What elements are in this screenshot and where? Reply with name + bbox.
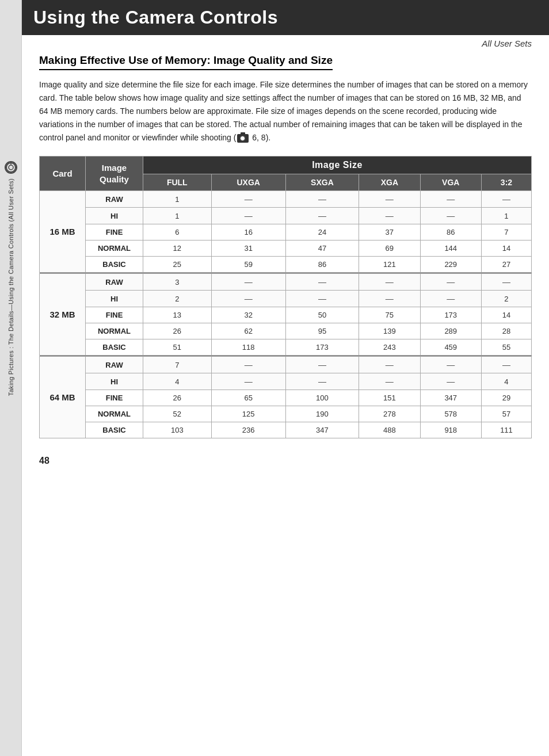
card-64-MB: 64 MB bbox=[40, 357, 86, 438]
table-row: FINE1332507517314 bbox=[40, 307, 532, 323]
quality-raw: RAW bbox=[86, 191, 143, 208]
table-cell: — bbox=[211, 373, 285, 390]
table-cell: — bbox=[420, 291, 481, 307]
table-cell: 236 bbox=[211, 422, 285, 438]
table-cell: — bbox=[420, 208, 481, 224]
table-cell: — bbox=[359, 373, 420, 390]
table-row: HI1————1 bbox=[40, 208, 532, 224]
table-cell: 31 bbox=[211, 240, 285, 257]
table-cell: 7 bbox=[143, 357, 212, 373]
quality-normal: NORMAL bbox=[86, 240, 143, 257]
table-cell: 2 bbox=[481, 291, 531, 307]
table-cell: 121 bbox=[359, 257, 420, 273]
table-cell: 459 bbox=[420, 339, 481, 356]
table-cell: — bbox=[420, 191, 481, 208]
th-full: FULL bbox=[143, 174, 212, 191]
th-card: Card bbox=[40, 156, 86, 191]
table-cell: 3 bbox=[143, 274, 212, 291]
quality-normal: NORMAL bbox=[86, 406, 143, 422]
table-row: 32 MBRAW3————— bbox=[40, 274, 532, 291]
sidebar: Taking Pictures : The Details—Using the … bbox=[0, 0, 22, 756]
table-cell: 13 bbox=[143, 307, 212, 323]
table-cell: 4 bbox=[481, 373, 531, 390]
table-cell: — bbox=[420, 357, 481, 373]
table-row: BASIC25598612122927 bbox=[40, 257, 532, 273]
table-row: 64 MBRAW7————— bbox=[40, 357, 532, 373]
table-cell: — bbox=[359, 357, 420, 373]
table-cell: 57 bbox=[481, 406, 531, 422]
table-cell: 37 bbox=[359, 224, 420, 240]
th-image-size: Image Size bbox=[143, 156, 532, 174]
page-subtitle: All User Sets bbox=[39, 35, 532, 54]
table-cell: 1 bbox=[143, 191, 212, 208]
table-cell: 4 bbox=[143, 373, 212, 390]
table-cell: 125 bbox=[211, 406, 285, 422]
table-row: BASIC103236347488918111 bbox=[40, 422, 532, 438]
sidebar-icon bbox=[5, 161, 17, 174]
table-cell: 289 bbox=[420, 323, 481, 339]
table-cell: 144 bbox=[420, 240, 481, 257]
table-cell: 1 bbox=[143, 208, 212, 224]
table-cell: 229 bbox=[420, 257, 481, 273]
table-cell: 14 bbox=[481, 240, 531, 257]
table-row: 16 MBRAW1————— bbox=[40, 191, 532, 208]
table-cell: 14 bbox=[481, 307, 531, 323]
table-cell: — bbox=[211, 191, 285, 208]
table-cell: 1 bbox=[481, 208, 531, 224]
table-cell: 86 bbox=[285, 257, 359, 273]
table-cell: 75 bbox=[359, 307, 420, 323]
table-row: NORMAL5212519027857857 bbox=[40, 406, 532, 422]
table-cell: — bbox=[285, 291, 359, 307]
table-cell: 50 bbox=[285, 307, 359, 323]
main-content: Using the Camera Controls All User Sets … bbox=[22, 0, 549, 756]
quality-hi: HI bbox=[86, 208, 143, 224]
table-cell: 69 bbox=[359, 240, 420, 257]
page-title: Using the Camera Controls bbox=[22, 0, 549, 35]
table-cell: 190 bbox=[285, 406, 359, 422]
table-cell: — bbox=[211, 291, 285, 307]
table-cell: 52 bbox=[143, 406, 212, 422]
table-cell: 139 bbox=[359, 323, 420, 339]
table-cell: — bbox=[211, 357, 285, 373]
table-cell: — bbox=[359, 208, 420, 224]
table-cell: — bbox=[420, 274, 481, 291]
image-table: Card Image Quality Image Size FULL UXGA … bbox=[39, 156, 532, 438]
table-cell: 47 bbox=[285, 240, 359, 257]
camera-icon-inline bbox=[237, 134, 249, 143]
table-cell: — bbox=[211, 274, 285, 291]
table-cell: 173 bbox=[420, 307, 481, 323]
table-cell: 26 bbox=[143, 323, 212, 339]
table-cell: — bbox=[285, 357, 359, 373]
quality-basic: BASIC bbox=[86, 422, 143, 438]
table-cell: — bbox=[359, 191, 420, 208]
quality-basic: BASIC bbox=[86, 339, 143, 356]
table-row: NORMAL26629513928928 bbox=[40, 323, 532, 339]
quality-hi: HI bbox=[86, 373, 143, 390]
th-uxga: UXGA bbox=[211, 174, 285, 191]
table-cell: — bbox=[481, 274, 531, 291]
table-cell: 55 bbox=[481, 339, 531, 356]
table-cell: — bbox=[420, 373, 481, 390]
table-row: NORMAL1231476914414 bbox=[40, 240, 532, 257]
table-cell: — bbox=[285, 191, 359, 208]
quality-fine: FINE bbox=[86, 390, 143, 406]
table-cell: — bbox=[481, 191, 531, 208]
table-cell: 65 bbox=[211, 390, 285, 406]
table-cell: 7 bbox=[481, 224, 531, 240]
table-cell: 278 bbox=[359, 406, 420, 422]
table-cell: — bbox=[285, 208, 359, 224]
table-row: FINE6162437867 bbox=[40, 224, 532, 240]
th-32: 3:2 bbox=[481, 174, 531, 191]
table-cell: 347 bbox=[420, 390, 481, 406]
th-vga: VGA bbox=[420, 174, 481, 191]
svg-point-1 bbox=[9, 165, 13, 170]
quality-raw: RAW bbox=[86, 274, 143, 291]
table-cell: 103 bbox=[143, 422, 212, 438]
table-cell: 51 bbox=[143, 339, 212, 356]
quality-basic: BASIC bbox=[86, 257, 143, 273]
th-xga: XGA bbox=[359, 174, 420, 191]
table-cell: 26 bbox=[143, 390, 212, 406]
table-cell: 25 bbox=[143, 257, 212, 273]
table-cell: — bbox=[481, 357, 531, 373]
table-row: FINE266510015134729 bbox=[40, 390, 532, 406]
